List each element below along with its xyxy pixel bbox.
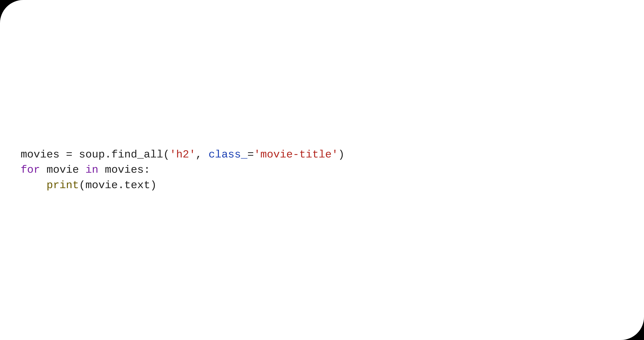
code-token-string: 'movie-title' xyxy=(254,148,338,161)
code-token: = xyxy=(248,148,254,161)
code-token: movie xyxy=(40,164,86,176)
code-token-keyword: in xyxy=(86,164,98,176)
code-token-indent xyxy=(21,179,46,191)
code-token: movies = soup.find_all( xyxy=(21,148,170,161)
code-token: , xyxy=(196,148,208,161)
code-token: (movie.text) xyxy=(79,179,156,191)
code-token: ) xyxy=(338,148,345,161)
code-token-param: class_ xyxy=(208,148,248,161)
code-token: movies: xyxy=(98,164,150,176)
code-token-keyword: for xyxy=(21,164,40,176)
code-token-string: 'h2' xyxy=(170,148,196,161)
code-card: movies = soup.find_all('h2', class_='mov… xyxy=(0,0,644,340)
code-token-builtin: print xyxy=(46,179,79,191)
code-block: movies = soup.find_all('h2', class_='mov… xyxy=(21,147,344,193)
